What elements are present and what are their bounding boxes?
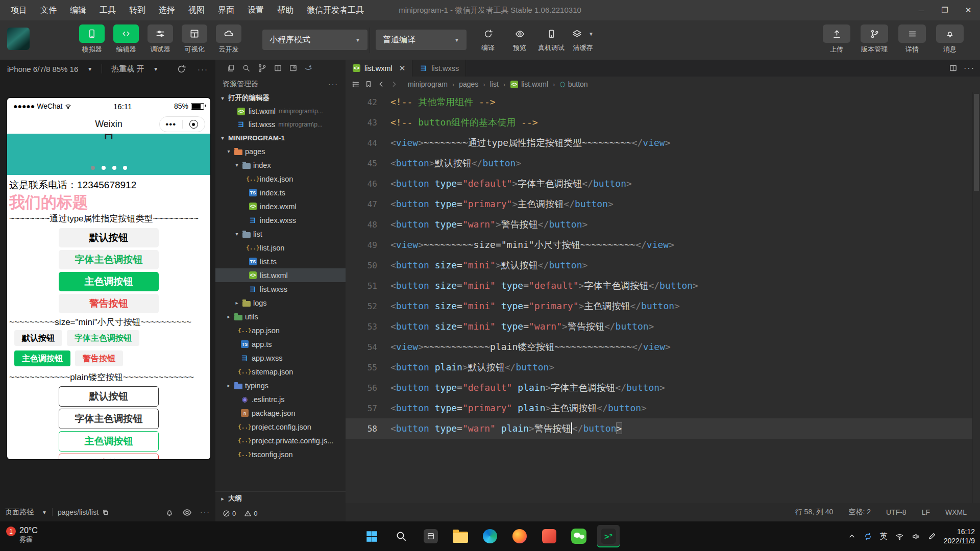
taskbar-icon-widgets[interactable] <box>420 525 442 547</box>
code-line-50[interactable]: 50<button size="mini">默认按钮</button> <box>346 255 973 276</box>
button-消息[interactable]: 消息 <box>934 24 966 54</box>
status-segment[interactable]: 行 58, 列 40 <box>795 508 834 517</box>
taskbar-icon-edge-browser[interactable] <box>479 525 501 547</box>
code-line-55[interactable]: 55<button plain>默认按钮</button> <box>346 357 973 378</box>
menu-item-设置[interactable]: 设置 <box>241 0 271 20</box>
tree-item-package.json[interactable]: npackage.json <box>215 406 346 420</box>
menu-item-帮助[interactable]: 帮助 <box>271 0 300 20</box>
forward-icon[interactable] <box>390 80 398 88</box>
tree-item-index.json[interactable]: {..}index.json <box>215 172 346 186</box>
menu-item-转到[interactable]: 转到 <box>122 0 152 20</box>
copy-icon[interactable] <box>102 509 109 516</box>
button-版本管理[interactable]: 版本管理 <box>859 24 890 54</box>
tree-item-index[interactable]: ▾index <box>215 158 346 172</box>
ime-indicator[interactable]: 英 <box>880 532 888 541</box>
status-segment[interactable]: 空格: 2 <box>848 508 871 517</box>
split-editor-icon[interactable] <box>274 64 282 72</box>
code-line-46[interactable]: 46<button type="default">字体主色调按钮</button… <box>346 173 973 194</box>
menu-item-界面[interactable]: 界面 <box>211 0 241 20</box>
tree-item-app.wxss[interactable]: ヨapp.wxss <box>215 351 346 365</box>
code-line-58[interactable]: 58<button type="warn" plain>警告按钮</button… <box>346 418 973 439</box>
status-segment[interactable]: WXML <box>945 508 967 516</box>
tab-list.wxml[interactable]: <>list.wxml✕ <box>346 60 412 77</box>
tree-item-app.json[interactable]: {..}app.json <box>215 323 346 337</box>
status-segment[interactable]: LF <box>922 508 930 516</box>
git-branch-icon[interactable] <box>257 63 267 73</box>
outline-section[interactable]: ▸大纲 <box>215 491 346 505</box>
more-icon[interactable]: ··· <box>200 508 210 516</box>
tree-item-project.private.config.js...[interactable]: {..}project.private.config.js... <box>215 434 346 447</box>
open-editors-section[interactable]: ▾打开的编辑器 <box>215 91 346 105</box>
button-详情[interactable]: 详情 <box>896 24 928 54</box>
tree-item-list.wxml[interactable]: <>list.wxml <box>215 268 346 282</box>
tree-item-tsconfig.json[interactable]: {..}tsconfig.json <box>215 447 346 461</box>
tab-list.wxss[interactable]: ヨlist.wxss <box>412 60 466 77</box>
search-icon[interactable] <box>242 64 251 72</box>
split-editor-icon[interactable] <box>949 64 958 72</box>
minimize-button[interactable]: ─ <box>910 0 933 20</box>
wx-plain-button-默认按钮[interactable]: 默认按钮 <box>59 386 159 407</box>
code-line-56[interactable]: 56<button type="default" plain>字体主色调按钮</… <box>346 378 973 398</box>
code-line-53[interactable]: 53<button size="mini" type="warn">警告按钮</… <box>346 316 973 337</box>
wx-mini-button-警告按钮[interactable]: 警告按钮 <box>75 350 123 366</box>
vconsole-icon[interactable] <box>165 508 174 517</box>
pen-icon[interactable] <box>928 532 936 540</box>
taskbar-icon-wechat[interactable] <box>568 525 590 547</box>
tray-expand-icon[interactable] <box>848 532 856 540</box>
code-line-57[interactable]: 57<button type="primary" plain>主色调按钮</bu… <box>346 398 973 418</box>
tree-item-pages[interactable]: ▾pages <box>215 144 346 158</box>
code-line-52[interactable]: 52<button size="mini" type="primary">主色调… <box>346 296 973 316</box>
tree-item-index.wxml[interactable]: <>index.wxml <box>215 199 346 213</box>
tree-item-project.config.json[interactable]: {..}project.config.json <box>215 420 346 434</box>
tree-item-index.ts[interactable]: TSindex.ts <box>215 186 346 199</box>
more-icon[interactable]: ··· <box>328 80 338 88</box>
breadcrumb-list.wxml[interactable]: <>list.wxml <box>510 80 548 88</box>
taskbar-icon-windows-start[interactable] <box>360 525 383 547</box>
capsule-home-button[interactable] <box>183 120 205 129</box>
toggle-模拟器[interactable]: 模拟器 <box>78 24 106 54</box>
wx-mini-button-默认按钮[interactable]: 默认按钮 <box>14 330 62 346</box>
tree-item-.eslintrc.js[interactable]: ◉.eslintrc.js <box>215 392 346 406</box>
wx-button-警告按钮[interactable]: 警告按钮 <box>59 294 159 313</box>
code-line-54[interactable]: 54<view>~~~~~~~~~~~~plain镂空按钮~~~~~~~~~~~… <box>346 337 973 357</box>
breadcrumb-list[interactable]: list <box>490 80 499 88</box>
tree-item-list.wxss[interactable]: ヨlist.wxss <box>215 282 346 296</box>
menu-item-文件[interactable]: 文件 <box>34 0 63 20</box>
menu-item-选择[interactable]: 选择 <box>152 0 182 20</box>
code-line-47[interactable]: 47<button type="primary">主色调按钮</button> <box>346 194 973 214</box>
mode-select[interactable]: 小程序模式 ▼ <box>262 30 368 50</box>
capsule-more-button[interactable]: ••• <box>160 119 182 130</box>
more-icon[interactable]: ··· <box>198 65 208 73</box>
code-area[interactable]: 42<!-- 其他常用组件 -->43<!-- button组件的基本使用 --… <box>346 92 973 503</box>
toggle-调试器[interactable]: 调试器 <box>146 24 175 54</box>
menu-item-视图[interactable]: 视图 <box>182 0 211 20</box>
taskbar-icon-firefox-browser[interactable] <box>508 525 531 547</box>
project-section[interactable]: ▾MINIPROGRAM-1 <box>215 131 346 144</box>
bookmark-icon[interactable] <box>364 80 373 88</box>
files-icon[interactable] <box>227 64 235 72</box>
tree-item-utils[interactable]: ▸utils <box>215 310 346 323</box>
device-select[interactable]: iPhone 6/7/8 85% 16 <box>7 65 78 73</box>
toggle-编辑器[interactable]: 编辑器 <box>112 24 140 54</box>
menu-item-项目[interactable]: 项目 <box>4 0 34 20</box>
hot-reload-toggle[interactable]: 热重载 开 <box>111 64 144 74</box>
code-line-42[interactable]: 42<!-- 其他常用组件 --> <box>346 92 973 112</box>
wifi-icon[interactable] <box>895 532 904 541</box>
eye-icon[interactable] <box>182 508 192 517</box>
page-path-select[interactable]: 页面路径 <box>5 508 34 517</box>
more-icon[interactable]: ··· <box>964 64 975 73</box>
tree-item-app.ts[interactable]: TSapp.ts <box>215 337 346 351</box>
toggle-云开发[interactable]: 云开发 <box>214 24 243 54</box>
taskbar-icon-wechat-devtools[interactable]: >ᐣ <box>597 525 620 547</box>
wx-plain-button-主色调按钮[interactable]: 主色调按钮 <box>59 431 159 452</box>
compile-select[interactable]: 普通编译 ▼ <box>376 30 467 50</box>
tree-item-typings[interactable]: ▸typings <box>215 379 346 392</box>
volume-icon[interactable] <box>912 532 920 541</box>
whale-icon[interactable] <box>304 64 313 72</box>
back-icon[interactable] <box>377 80 385 88</box>
taskbar-icon-file-explorer[interactable] <box>449 525 472 547</box>
tree-item-list[interactable]: ▾list <box>215 227 346 241</box>
code-line-49[interactable]: 49<view>~~~~~~~~~size="mini"小尺寸按钮~~~~~~~… <box>346 235 973 255</box>
close-button[interactable]: ✕ <box>957 0 980 20</box>
open-file-list.wxss[interactable]: ヨlist.wxssminiprogram\p... <box>215 118 346 131</box>
